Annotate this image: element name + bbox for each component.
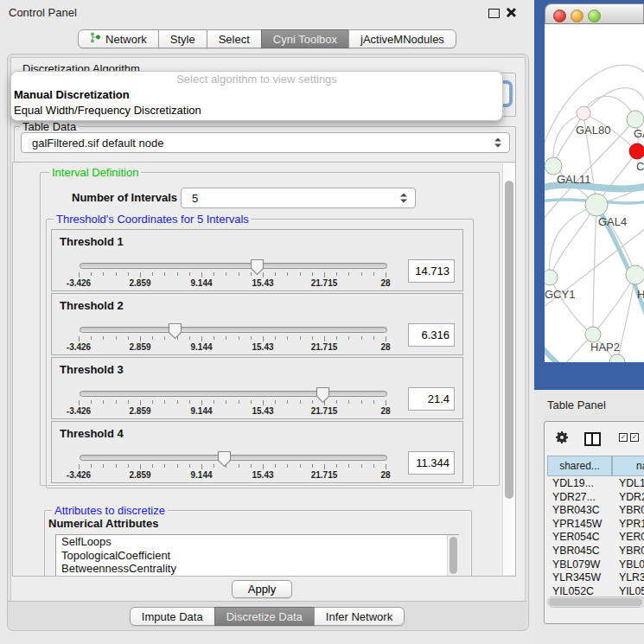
network-edge[interactable] (550, 205, 596, 277)
attribute-item-betweennesscentrality[interactable]: BetweennessCentrality (56, 562, 458, 576)
table-horizontal-scrollbar[interactable] (547, 596, 644, 608)
network-edge[interactable] (617, 275, 635, 362)
network-node-h[interactable] (626, 265, 644, 284)
network-node-gcy1[interactable] (545, 270, 558, 285)
slider-thumb[interactable] (316, 386, 330, 404)
network-node-c[interactable] (629, 143, 644, 159)
table-row[interactable]: YPR145WYPR145W (547, 518, 644, 532)
threshold-value-field[interactable] (408, 323, 455, 347)
tab-label: Style (170, 33, 195, 46)
dropdown-option-equal-width-frequency[interactable]: Equal Width/Frequency Discretization (11, 103, 502, 118)
split-columns-icon[interactable] (584, 432, 601, 446)
tick-mark (300, 464, 301, 468)
cell-name: YPR145W (619, 518, 644, 532)
tick-label: 21.715 (311, 470, 338, 480)
table-row[interactable]: YBL079WYBL079W (547, 558, 644, 572)
network-node-ga[interactable] (627, 111, 644, 128)
table-row[interactable]: YBR045CYBR045C (547, 545, 644, 558)
tick-mark (201, 464, 202, 469)
attribute-list-scrollbar[interactable] (447, 535, 459, 577)
slider-track[interactable] (80, 455, 387, 461)
control-panel: Control Panel NetworkStyleSelectCyni Too… (0, 0, 534, 644)
dropdown-option-manual-discretization[interactable]: Manual Discretization (11, 87, 502, 103)
table-row[interactable]: YLR345WYLR345W (547, 571, 644, 585)
settings-scrollbar-thumb[interactable] (505, 181, 513, 499)
tick-label: 15.43 (252, 342, 273, 352)
network-edge[interactable] (583, 88, 644, 113)
tick-mark (336, 400, 337, 404)
network-node-gal4[interactable] (585, 194, 608, 216)
cell-name: YBL079W (619, 558, 644, 572)
settings-vertical-scrollbar[interactable] (502, 163, 515, 575)
threshold-label: Threshold 1 (60, 235, 124, 248)
network-canvas[interactable]: GAL80GACGAL11GAL4GCY1HHAP2 (545, 24, 644, 362)
node-label: GAL4 (598, 215, 627, 228)
cell-name: YDR27... (619, 491, 644, 505)
table-data-combobox[interactable]: galFiltered.sif default node (21, 132, 510, 153)
tab-network[interactable]: Network (78, 29, 159, 48)
close-window-icon[interactable] (553, 10, 566, 22)
node-label: GA (634, 127, 644, 140)
table-hscrollbar-thumb[interactable] (549, 598, 642, 606)
network-edge[interactable] (593, 275, 635, 335)
zoom-window-icon[interactable] (588, 10, 601, 22)
slider-track[interactable] (80, 327, 387, 333)
tick-mark (312, 400, 313, 404)
table-row[interactable]: YDL19...YDL19... (547, 477, 644, 491)
table-row[interactable]: YIL052CYIL052C (547, 585, 644, 596)
table-row[interactable]: YDR27...YDR27... (547, 491, 644, 505)
tick-mark (91, 464, 92, 468)
close-icon[interactable] (505, 7, 516, 18)
tick-mark (287, 336, 288, 340)
tab-discretize-data[interactable]: Discretize Data (214, 607, 315, 626)
table-row[interactable]: YER054CYER054C (547, 531, 644, 545)
threshold-value-field[interactable] (408, 259, 455, 283)
tick-mark (189, 400, 190, 404)
tab-infer-network[interactable]: Infer Network (314, 607, 405, 626)
slider-track[interactable] (80, 391, 387, 397)
threshold-value-field[interactable] (408, 387, 455, 411)
tick-label: 15.43 (252, 278, 273, 288)
tick-mark (300, 400, 301, 404)
settings-gear-icon[interactable] (555, 430, 569, 447)
dropdown-prompt: Select algorithm to view settings (11, 72, 502, 87)
tick-mark (251, 464, 252, 468)
column-checkboxes-icon[interactable]: ✓ ✓ (619, 433, 639, 442)
network-node-gal80[interactable] (577, 106, 590, 120)
tab-jactivemnodules[interactable]: jActiveMNodules (348, 29, 456, 48)
tab-impute-data[interactable]: Impute Data (130, 607, 215, 626)
network-node-gal11[interactable] (545, 157, 562, 175)
numerical-attributes-list[interactable]: SelfLoopsTopologicalCoefficientBetweenne… (55, 534, 459, 577)
tick-mark (201, 400, 202, 405)
table-row[interactable]: YBR043CYBR043C (547, 504, 644, 518)
tick-mark (300, 336, 301, 340)
slider-thumb[interactable] (250, 258, 265, 276)
slider-track[interactable] (80, 263, 387, 269)
tab-select[interactable]: Select (207, 29, 262, 48)
tab-cyni-toolbox[interactable]: Cyni Toolbox (261, 29, 349, 48)
network-edge[interactable] (593, 205, 596, 335)
cell-shared-name: YBR043C (552, 504, 600, 518)
attribute-list-scrollbar-thumb[interactable] (450, 537, 457, 574)
slider-thumb[interactable] (217, 450, 232, 468)
tick-mark (116, 464, 117, 468)
tick-label: -3.426 (67, 342, 91, 352)
minimize-window-icon[interactable] (571, 10, 583, 22)
tick-mark (336, 336, 337, 340)
column-header-name[interactable]: name (612, 456, 644, 476)
attribute-item-selfloops[interactable]: SelfLoops (56, 535, 458, 549)
tick-mark (177, 272, 178, 276)
tick-mark (79, 272, 80, 277)
tab-style[interactable]: Style (158, 29, 207, 48)
float-panel-icon[interactable] (488, 9, 500, 18)
column-header-shared-name[interactable]: shared... (547, 456, 612, 476)
attribute-item-topologicalcoefficient[interactable]: TopologicalCoefficient (56, 549, 458, 563)
slider-thumb[interactable] (168, 322, 182, 340)
tick-mark (214, 272, 214, 276)
tick-mark (177, 400, 178, 404)
tick-mark (226, 272, 226, 276)
apply-button[interactable]: Apply (232, 580, 292, 598)
cell-shared-name: YBR045C (552, 545, 600, 558)
cell-shared-name: YPR145W (552, 518, 602, 532)
threshold-value-field[interactable] (408, 451, 455, 475)
